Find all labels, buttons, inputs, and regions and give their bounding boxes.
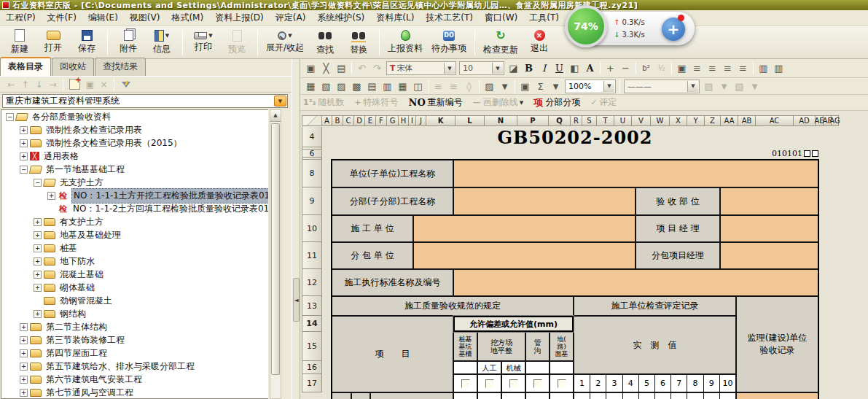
measure-number-cell[interactable]: 8 [687,375,703,392]
find-binoculars-button[interactable]: 查找 [308,27,342,58]
menu-item[interactable]: 文件(F) [42,10,82,26]
column-header[interactable]: Y [687,115,705,126]
network-monitor-overlay[interactable]: ↑ 0.3K/s ↓ 3.3K/s + 74% [561,1,707,53]
nav-up-icon[interactable]: ↑ [18,80,32,90]
input-construction-unit[interactable] [413,215,636,242]
tree-item-label[interactable]: 强制性条文检查记录用表 [44,123,144,137]
tree-item[interactable]: +混凝土基础 [1,268,268,281]
tree-item[interactable]: +砌体基础 [1,281,268,294]
lock-cell-icon[interactable]: ◫ [410,80,426,93]
font-color-icon[interactable]: A [582,62,598,75]
expand-icon[interactable]: + [47,192,55,200]
tree-item-label[interactable]: 钢结构 [58,307,87,321]
measure-number-cell[interactable]: 4 [622,375,638,392]
column-header[interactable]: R [571,115,582,126]
undo-icon[interactable]: ↶ [354,62,370,75]
expand-icon[interactable]: + [20,363,28,371]
column-header[interactable]: Z [705,115,721,126]
input-subsection-name[interactable] [453,187,636,215]
replace-binoculars-button[interactable]: 替换 [342,27,375,58]
column-header[interactable]: I [409,115,416,126]
measure-value-cell[interactable] [590,393,606,399]
measure-value-cell[interactable] [638,393,654,399]
option-checkbox[interactable] [461,379,470,388]
align-left-icon[interactable]: ≡ [689,62,705,75]
column-header[interactable]: D [354,115,365,126]
tree-item-label[interactable]: 第五节建筑给水、排水与采暖分部工程 [44,360,196,373]
cell-empty[interactable] [370,392,453,399]
scrollbar-thumb[interactable] [271,123,280,375]
superscript-icon[interactable]: b² [638,62,654,75]
code-checkbox[interactable] [812,150,818,157]
column-header[interactable]: AG [832,115,839,126]
column-header[interactable]: Q [549,115,571,126]
save-disk-button[interactable]: 保存 [70,27,103,58]
system-select[interactable]: 重庆市建筑工程资料管理系统 ▼ [2,94,288,108]
tree-item[interactable]: +第七节通风与空调工程 [1,386,268,399]
expand-icon[interactable]: + [34,310,42,318]
underline-icon[interactable]: U [552,62,567,75]
tool-特殊符号[interactable]: +特殊符号 [354,96,398,109]
menu-item[interactable]: 技术工艺(T) [420,10,479,26]
menu-item[interactable]: 评定(A) [270,10,312,26]
cell-empty[interactable] [351,392,370,399]
row-header[interactable]: 13 [302,296,322,316]
tree-item-label[interactable]: 第二节主体结构 [44,320,109,334]
input-project-manager[interactable] [720,215,818,242]
measure-value-cell[interactable] [703,393,719,399]
collapse-icon[interactable]: − [34,179,42,187]
tree-item[interactable]: +检NO：1-1-1土方开挖工程检验批质量验收记录表0101 [1,189,268,202]
option-checkbox[interactable] [558,379,566,388]
tree-item[interactable]: +强制性条文检查记录用表 [1,123,268,136]
row-spacing-icon[interactable]: ≡ [446,80,461,93]
vertical-text-icon[interactable]: ▥ [756,62,771,75]
nav-left-icon[interactable]: ← [4,80,18,90]
highlight-icon[interactable]: ◧ [567,62,582,75]
menu-item[interactable]: 系统维护(S) [311,10,370,26]
tool-重新编号[interactable]: NO重新编号 [409,96,463,109]
decrease-icon[interactable]: − [618,62,633,75]
frame-icon[interactable]: ▣ [517,80,533,93]
font-size-arrow-icon[interactable]: ▼ [492,63,503,74]
input-standard[interactable] [453,269,818,296]
zoom-select[interactable]: 100% ▼ [565,80,616,93]
tree-item[interactable]: +地下防水 [1,255,268,268]
zoom-arrow-icon[interactable]: ▼ [603,81,614,92]
measure-number-cell[interactable]: 7 [670,375,687,392]
option-checkbox[interactable] [485,379,494,388]
fill-pattern-arrow-icon[interactable]: ▼ [497,80,512,93]
tool-分部分项[interactable]: 项分部分项 [533,96,580,109]
copy-icon[interactable]: ▣ [303,62,318,75]
tree-item[interactable]: +第二节主体结构 [1,320,268,333]
format-painter-icon[interactable]: ◪ [506,62,521,75]
merge-cells-icon[interactable]: ▨ [334,80,349,93]
line-style-arrow-icon[interactable]: ▼ [687,81,698,92]
font-size-select[interactable]: 10 ▼ [459,61,504,75]
cell-pattern-icon[interactable]: ▦ [395,80,410,93]
cell-empty[interactable] [332,392,351,399]
column-header[interactable]: E [365,115,376,126]
row-header[interactable]: 10 [302,215,322,242]
insert-column-icon[interactable]: ▤ [364,80,380,93]
row-height-icon[interactable]: ≡ [431,80,446,93]
tree-item-label[interactable]: 第四节屋面工程 [44,346,109,360]
row-header[interactable]: 15 [302,332,322,361]
checkbox-cell[interactable] [525,374,550,392]
option-checkbox[interactable] [533,379,542,388]
measure-value-cell[interactable] [574,393,590,399]
tab-inactive[interactable]: 查找结果 [95,58,146,76]
cell-empty[interactable] [501,392,525,399]
nav-right-icon[interactable]: → [46,80,60,90]
expand-icon[interactable]: + [34,231,42,239]
tree-item-label[interactable]: 混凝土基础 [58,268,105,282]
menu-item[interactable]: 资料库(L) [370,10,420,26]
menu-item[interactable]: 工具(T) [523,10,565,26]
italic-icon[interactable]: I [536,62,552,75]
delete-row-icon[interactable]: ▧ [318,80,334,93]
measure-value-cell[interactable] [606,393,622,399]
measure-value-cell[interactable] [719,393,735,399]
row-header[interactable]: 14 [302,316,322,332]
column-header[interactable]: AC [756,115,794,126]
align-justify-icon[interactable]: ≡ [735,62,751,75]
tab-active[interactable]: 表格目录 [0,57,51,76]
